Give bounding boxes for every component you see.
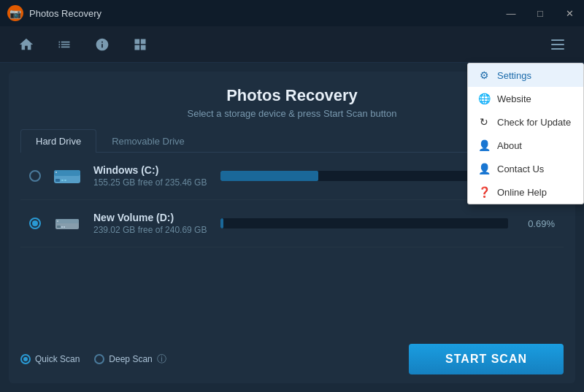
home-button[interactable] bbox=[15, 33, 38, 56]
minimize-button[interactable]: — bbox=[496, 0, 526, 26]
drive-c-name: Windows (C:) bbox=[93, 164, 210, 176]
radio-d[interactable] bbox=[29, 218, 41, 229]
menu-contact-label: Contact Us bbox=[497, 164, 544, 174]
hamburger-line-2 bbox=[551, 44, 564, 45]
menu-update-label: Check for Update bbox=[497, 117, 571, 128]
drive-c-bar-fill bbox=[220, 171, 318, 181]
drive-icon-c bbox=[51, 163, 83, 189]
quick-scan-radio[interactable] bbox=[20, 354, 31, 364]
drive-c-bar-track bbox=[220, 171, 508, 181]
quick-scan-option[interactable]: Quick Scan bbox=[20, 354, 80, 364]
quick-scan-label: Quick Scan bbox=[35, 354, 80, 364]
tab-removable-drive[interactable]: Removable Drive bbox=[96, 129, 200, 153]
title-bar: 📷 Photos Recovery — □ ✕ bbox=[0, 0, 584, 26]
deep-scan-radio[interactable] bbox=[94, 354, 104, 364]
tab-hard-drive[interactable]: Hard Drive bbox=[20, 129, 96, 153]
info-button[interactable] bbox=[91, 33, 114, 56]
window-controls: — □ ✕ bbox=[496, 0, 584, 26]
hamburger-line-1 bbox=[551, 39, 564, 41]
svg-rect-4 bbox=[64, 180, 66, 181]
dropdown-menu: ⚙ Settings 🌐 Website ↻ Check for Update … bbox=[467, 63, 584, 204]
deep-scan-option[interactable]: Deep Scan ⓘ bbox=[94, 353, 166, 366]
svg-rect-8 bbox=[57, 226, 61, 228]
bottom-area: Quick Scan Deep Scan ⓘ START SCAN bbox=[9, 337, 575, 383]
drive-c-size: 155.25 GB free of 235.46 GB bbox=[93, 177, 210, 188]
svg-rect-2 bbox=[55, 179, 60, 182]
menu-item-help[interactable]: ❓ Online Help bbox=[468, 180, 583, 204]
svg-rect-11 bbox=[57, 220, 58, 222]
drive-item-d[interactable]: New Volume (D:) 239.02 GB free of 240.69… bbox=[20, 200, 564, 247]
deep-scan-info-icon: ⓘ bbox=[157, 353, 166, 366]
menu-item-about[interactable]: 👤 About bbox=[468, 134, 583, 157]
drive-c-info: Windows (C:) 155.25 GB free of 235.46 GB bbox=[93, 164, 210, 188]
svg-rect-9 bbox=[61, 226, 63, 228]
svg-rect-3 bbox=[61, 180, 64, 181]
website-icon: 🌐 bbox=[478, 93, 490, 104]
deep-scan-label: Deep Scan bbox=[109, 354, 152, 364]
drive-d-size: 239.02 GB free of 240.69 GB bbox=[93, 225, 210, 235]
svg-rect-1 bbox=[54, 170, 80, 176]
menu-website-label: Website bbox=[497, 93, 531, 104]
svg-rect-10 bbox=[64, 226, 65, 228]
menu-about-label: About bbox=[497, 140, 522, 151]
grid-button[interactable] bbox=[128, 33, 152, 56]
about-icon: 👤 bbox=[478, 139, 490, 151]
svg-rect-7 bbox=[55, 219, 79, 223]
contact-icon: 👤 bbox=[478, 163, 490, 174]
app-icon: 📷 bbox=[7, 5, 23, 21]
close-button[interactable]: ✕ bbox=[555, 0, 584, 26]
menu-item-settings[interactable]: ⚙ Settings bbox=[468, 64, 583, 87]
drive-d-name: New Volume (D:) bbox=[93, 212, 210, 223]
maximize-button[interactable]: □ bbox=[526, 0, 555, 26]
menu-item-check-update[interactable]: ↻ Check for Update bbox=[468, 110, 583, 134]
drive-d-info: New Volume (D:) 239.02 GB free of 240.69… bbox=[93, 212, 210, 235]
hamburger-line-3 bbox=[551, 48, 564, 50]
drive-d-bar-track bbox=[220, 218, 508, 228]
radio-c[interactable] bbox=[29, 170, 41, 182]
update-icon: ↻ bbox=[478, 116, 490, 128]
menu-button[interactable] bbox=[546, 33, 569, 56]
menu-settings-label: Settings bbox=[497, 70, 531, 81]
drive-d-bar-container: 0.69% bbox=[220, 218, 555, 229]
drive-d-pct: 0.69% bbox=[517, 218, 555, 229]
menu-item-contact[interactable]: 👤 Contact Us bbox=[468, 157, 583, 180]
start-scan-button[interactable]: START SCAN bbox=[409, 344, 564, 374]
drive-d-bar-fill bbox=[220, 218, 223, 228]
settings-icon: ⚙ bbox=[478, 69, 490, 81]
svg-rect-5 bbox=[55, 172, 57, 173]
help-icon: ❓ bbox=[478, 186, 490, 198]
app-title: Photos Recovery bbox=[29, 8, 101, 19]
list-button[interactable] bbox=[53, 33, 76, 56]
menu-help-label: Online Help bbox=[497, 187, 547, 198]
menu-item-website[interactable]: 🌐 Website bbox=[468, 87, 583, 110]
drive-icon-d bbox=[51, 210, 83, 237]
toolbar bbox=[0, 26, 584, 63]
